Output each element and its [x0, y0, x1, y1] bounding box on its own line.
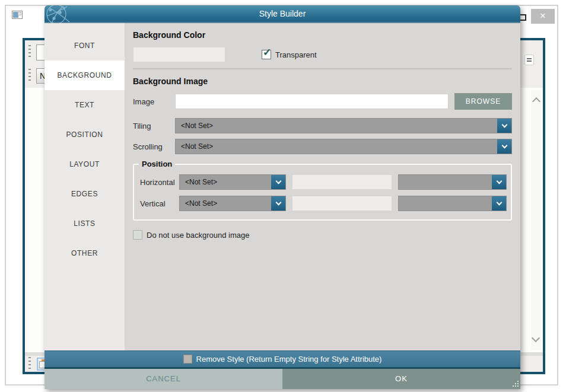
remove-style-bar: Remove Style (Return Empty String for St… [44, 350, 520, 369]
tiling-dropdown[interactable]: <Not Set> [175, 118, 512, 133]
browse-button[interactable]: BROWSE [454, 93, 512, 110]
tiling-value: <Not Set> [176, 122, 497, 130]
horizontal-unit-dropdown[interactable] [398, 174, 507, 190]
toolbar-grip[interactable] [28, 69, 31, 83]
background-color-heading: Background Color [133, 30, 512, 40]
close-button[interactable]: × [531, 9, 555, 24]
remove-style-checkbox[interactable] [183, 355, 192, 364]
cancel-button[interactable]: CANCEL [44, 369, 282, 389]
style-builder-dialog: Style Builder FONT BACKGROUND TEXT POSIT… [44, 5, 520, 389]
horizontal-position-dropdown[interactable]: <Not Set> [179, 174, 286, 190]
position-group: Position Horizontal <Not Set> [133, 164, 512, 221]
transparent-checkbox[interactable]: ✓ [262, 50, 271, 59]
app-icon [12, 11, 23, 19]
tab-edges[interactable]: EDGES [44, 179, 125, 209]
scroll-up-icon[interactable] [532, 97, 540, 106]
remove-style-label: Remove Style (Return Empty String for St… [196, 355, 382, 364]
scrolling-dropdown[interactable]: <Not Set> [175, 139, 512, 154]
tab-background[interactable]: BACKGROUND [44, 60, 125, 90]
horizontal-amount-input[interactable] [292, 174, 392, 190]
chevron-down-icon [501, 143, 507, 149]
tiling-label: Tiling [133, 122, 175, 130]
vertical-amount-input[interactable] [292, 196, 392, 211]
position-legend: Position [139, 160, 175, 168]
check-icon: ✓ [263, 46, 271, 59]
toolbar-grip[interactable] [28, 45, 31, 59]
dialog-titlebar[interactable]: Style Builder [44, 5, 520, 23]
dropdown-button[interactable] [492, 175, 506, 189]
category-sidebar: FONT BACKGROUND TEXT POSITION LAYOUT EDG… [44, 23, 125, 350]
horizontal-position-value: <Not Set> [180, 178, 271, 186]
chevron-down-icon [275, 200, 281, 206]
image-label: Image [133, 97, 175, 106]
resize-grip[interactable] [517, 385, 519, 387]
scroll-down-icon[interactable] [532, 334, 540, 342]
tab-other[interactable]: OTHER [44, 238, 125, 268]
dropdown-button[interactable] [497, 139, 511, 154]
transparent-label: Transparent [275, 50, 317, 59]
scrolling-label: Scrolling [133, 142, 175, 151]
no-background-image-label: Do not use background image [147, 231, 249, 240]
horizontal-label: Horizontal [140, 178, 179, 187]
ok-button[interactable]: OK [282, 369, 520, 389]
dropdown-button[interactable] [497, 119, 511, 133]
section-divider [133, 68, 512, 69]
chevron-down-icon [496, 200, 502, 206]
dropdown-button[interactable] [271, 196, 285, 211]
no-background-image-checkbox[interactable] [133, 230, 142, 240]
vertical-position-dropdown[interactable]: <Not Set> [179, 196, 286, 211]
background-pane: Background Color ✓ Transparent Backgroun… [125, 23, 520, 350]
background-image-heading: Background Image [133, 77, 512, 86]
vertical-label: Vertical [140, 199, 179, 208]
chevron-down-icon [275, 179, 281, 184]
dialog-buttons: CANCEL OK [44, 369, 520, 389]
tab-lists[interactable]: LISTS [44, 209, 125, 238]
toolbar-overflow-icon[interactable] [524, 55, 534, 65]
dialog-title: Style Builder [44, 5, 520, 22]
dropdown-button[interactable] [492, 196, 506, 211]
statusbar-grip[interactable] [28, 357, 31, 371]
dropdown-button[interactable] [271, 175, 285, 189]
scrollbar[interactable] [531, 90, 541, 350]
chevron-down-icon [501, 122, 507, 128]
vertical-position-value: <Not Set> [180, 199, 271, 208]
vertical-unit-dropdown[interactable] [398, 196, 507, 211]
image-path-input[interactable] [175, 94, 449, 109]
scrolling-value: <Not Set> [176, 142, 497, 151]
background-color-input[interactable] [133, 47, 225, 62]
tab-layout[interactable]: LAYOUT [44, 149, 125, 179]
tab-font[interactable]: FONT [44, 31, 125, 60]
tab-position[interactable]: POSITION [44, 120, 125, 149]
tab-text[interactable]: TEXT [44, 90, 125, 120]
chevron-down-icon [496, 179, 502, 184]
